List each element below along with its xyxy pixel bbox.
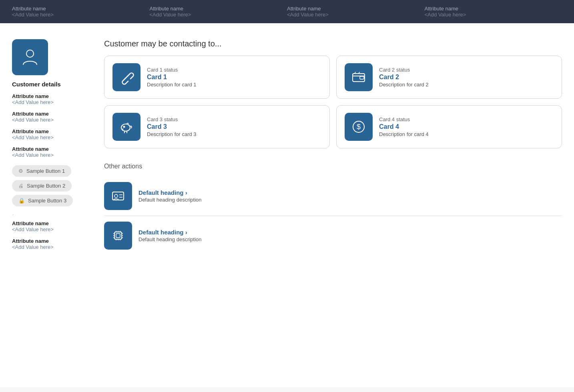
sidebar-attr-group-2: Attribute name <Add Value here> (12, 111, 92, 123)
sidebar-attr-name-1: Attribute name (12, 93, 92, 99)
sidebar-attr-value-2: <Add Value here> (12, 117, 92, 123)
chip-icon (110, 228, 126, 243)
card-1-status: Card 1 status (147, 67, 197, 73)
card-2-text: Card 2 status Card 2 Description for car… (379, 67, 429, 88)
svg-rect-2 (353, 74, 365, 82)
content-area: Customer may be contacting to... Card 1 … (104, 39, 562, 371)
topbar-attr-value-4: <Add Value here> (425, 12, 562, 18)
customer-details-label: Customer details (12, 81, 92, 88)
person-card-icon (110, 188, 126, 204)
topbar-item-1: Attribute name <Add Value here> (12, 6, 150, 18)
card-3[interactable]: Card 3 status Card 3 Description for car… (104, 105, 330, 148)
svg-text:$: $ (357, 123, 361, 131)
sidebar-attr-group-4: Attribute name <Add Value here> (12, 146, 92, 158)
sample-button-2[interactable]: 🖨 Sample Button 2 (12, 180, 72, 192)
action-2[interactable]: Default heading › Default heading descri… (104, 216, 562, 255)
action-1-icon-box (104, 182, 132, 210)
sidebar-attr-group-5: Attribute name <Add Value here> (12, 220, 92, 232)
card-2[interactable]: Card 2 status Card 2 Description for car… (336, 56, 562, 99)
action-1-heading: Default heading › (138, 189, 202, 196)
topbar-attr-value-1: <Add Value here> (12, 12, 150, 18)
svg-point-14 (114, 194, 118, 198)
main-container: Customer details Attribute name <Add Val… (0, 23, 574, 387)
svg-rect-18 (116, 234, 120, 238)
top-bar: Attribute name <Add Value here> Attribut… (0, 0, 574, 23)
card-1-desc: Description for card 1 (147, 82, 197, 88)
sidebar-attr-value-5: <Add Value here> (12, 226, 92, 232)
sample-button-3-label: Sample Button 3 (28, 198, 66, 204)
sidebar-attr-name-6: Attribute name (12, 238, 92, 244)
avatar (12, 39, 48, 75)
sidebar-attr-value-3: <Add Value here> (12, 134, 92, 140)
card-3-status: Card 3 status (147, 116, 197, 122)
cards-grid: Card 1 status Card 1 Description for car… (104, 56, 562, 148)
action-1-desc: Default heading description (138, 197, 202, 203)
lock-icon: 🔒 (18, 198, 25, 204)
svg-rect-13 (112, 192, 124, 200)
sample-button-3[interactable]: 🔒 Sample Button 3 (12, 195, 73, 206)
sidebar-attr-name-5: Attribute name (12, 220, 92, 226)
card-3-desc: Description for card 3 (147, 131, 197, 137)
card-1[interactable]: Card 1 status Card 1 Description for car… (104, 56, 330, 99)
dot-separator: · (12, 210, 92, 219)
wallet-icon (351, 70, 366, 85)
card-2-name: Card 2 (379, 74, 429, 81)
topbar-item-3: Attribute name <Add Value here> (287, 6, 425, 18)
sidebar-attr-value-6: <Add Value here> (12, 244, 92, 250)
sidebar-buttons: ⚙ Sample Button 1 🖨 Sample Button 2 🔒 Sa… (12, 165, 92, 206)
sidebar-attr-group-3: Attribute name <Add Value here> (12, 128, 92, 140)
sidebar-attr-value-1: <Add Value here> (12, 99, 92, 105)
sample-button-1-label: Sample Button 1 (26, 168, 65, 174)
link-icon (119, 70, 134, 85)
print-icon: 🖨 (18, 183, 24, 189)
topbar-item-4: Attribute name <Add Value here> (425, 6, 562, 18)
card-4[interactable]: $ Card 4 status Card 4 Description for c… (336, 105, 562, 148)
svg-point-0 (26, 50, 34, 57)
svg-rect-17 (114, 232, 122, 239)
card-2-desc: Description for card 2 (379, 82, 429, 88)
card-4-status: Card 4 status (379, 116, 429, 122)
other-actions-title: Other actions (104, 163, 562, 170)
dollar-icon: $ (351, 119, 366, 134)
card-1-text: Card 1 status Card 1 Description for car… (147, 67, 197, 88)
topbar-attr-label-4: Attribute name (425, 6, 562, 12)
topbar-attr-label-1: Attribute name (12, 6, 150, 12)
action-1-text: Default heading › Default heading descri… (138, 189, 202, 203)
action-2-desc: Default heading description (138, 236, 202, 242)
card-4-icon-box: $ (345, 113, 373, 141)
svg-line-1 (125, 76, 128, 79)
contacting-title: Customer may be contacting to... (104, 39, 562, 48)
sample-button-2-label: Sample Button 2 (27, 183, 65, 189)
action-2-text: Default heading › Default heading descri… (138, 229, 202, 242)
card-4-text: Card 4 status Card 4 Description for car… (379, 116, 429, 137)
sidebar-attr-name-4: Attribute name (12, 146, 92, 152)
card-3-name: Card 3 (147, 123, 197, 130)
sample-button-1[interactable]: ⚙ Sample Button 1 (12, 165, 71, 177)
topbar-attr-value-3: <Add Value here> (287, 12, 425, 18)
svg-point-8 (124, 126, 125, 128)
sidebar: Customer details Attribute name <Add Val… (12, 39, 92, 371)
sidebar-attr-name-3: Attribute name (12, 128, 92, 134)
piggy-bank-icon (119, 119, 134, 134)
action-2-icon-box (104, 222, 132, 250)
card-4-name: Card 4 (379, 123, 429, 130)
topbar-attr-label-2: Attribute name (150, 6, 287, 12)
topbar-item-2: Attribute name <Add Value here> (150, 6, 287, 18)
card-1-icon-box (112, 63, 140, 91)
topbar-attr-value-2: <Add Value here> (150, 12, 287, 18)
sidebar-attr-group-6: Attribute name <Add Value here> (12, 238, 92, 250)
action-1[interactable]: Default heading › Default heading descri… (104, 176, 562, 216)
sidebar-attr-value-4: <Add Value here> (12, 152, 92, 158)
card-3-icon-box (112, 113, 140, 141)
action-2-heading: Default heading › (138, 229, 202, 236)
gear-icon: ⚙ (18, 168, 23, 174)
card-3-text: Card 3 status Card 3 Description for car… (147, 116, 197, 137)
card-2-status: Card 2 status (379, 67, 429, 73)
topbar-attr-label-3: Attribute name (287, 6, 425, 12)
card-4-desc: Description for card 4 (379, 131, 429, 137)
sidebar-attr-group-1: Attribute name <Add Value here> (12, 93, 92, 105)
sidebar-attr-name-2: Attribute name (12, 111, 92, 117)
svg-rect-3 (360, 76, 364, 79)
card-1-name: Card 1 (147, 74, 197, 81)
card-2-icon-box (345, 63, 373, 91)
